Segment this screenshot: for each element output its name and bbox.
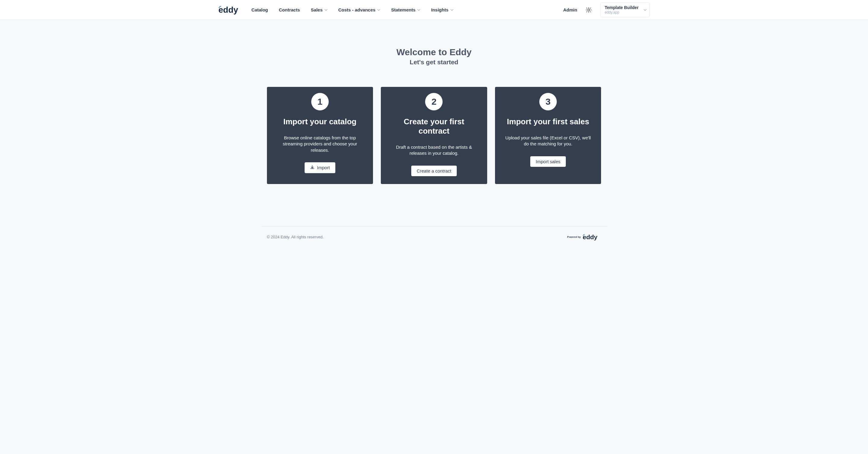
- theme-toggle-button[interactable]: [583, 4, 594, 16]
- svg-text:eddy: eddy: [583, 234, 597, 240]
- main-content: Welcome to Eddy Let's get started 1 Impo…: [261, 20, 608, 202]
- svg-line-8: [590, 11, 591, 12]
- nav-catalog[interactable]: Catalog: [252, 7, 268, 12]
- nav-contracts[interactable]: Contracts: [279, 7, 300, 12]
- chevron-down-icon: [324, 8, 328, 11]
- card-description: Upload your sales file (Excel or CSV), w…: [502, 135, 594, 147]
- import-sales-button[interactable]: Import sales: [530, 156, 566, 167]
- footer-logo: Powered by eddy: [567, 234, 601, 240]
- button-label: Create a contract: [417, 168, 451, 173]
- welcome-header: Welcome to Eddy Let's get started: [267, 47, 601, 66]
- page-subtitle: Let's get started: [267, 59, 601, 66]
- nav-insights-label: Insights: [431, 7, 448, 12]
- powered-by-label: Powered by: [567, 235, 581, 238]
- nav-admin[interactable]: Admin: [563, 7, 577, 12]
- import-button[interactable]: Import: [305, 162, 335, 173]
- card-import-catalog: 1 Import your catalog Browse online cata…: [267, 87, 373, 184]
- svg-point-1: [588, 9, 590, 11]
- nav-costs[interactable]: Costs - advances: [338, 7, 380, 12]
- button-label: Import sales: [536, 159, 560, 164]
- svg-line-7: [590, 7, 591, 8]
- card-title: Create your first contract: [388, 117, 480, 136]
- svg-line-9: [587, 11, 587, 12]
- main-header: eddy Catalog Contracts Sales Costs - adv…: [0, 0, 868, 20]
- card-import-sales: 3 Import your first sales Upload your sa…: [495, 87, 601, 184]
- logo[interactable]: eddy: [218, 5, 243, 15]
- svg-line-6: [587, 7, 587, 8]
- nav-right: Admin Template Builder eddy.app: [563, 2, 650, 17]
- page-title: Welcome to Eddy: [267, 47, 601, 57]
- button-label: Import: [317, 165, 330, 170]
- step-number-badge: 2: [425, 93, 442, 110]
- account-dropdown[interactable]: Template Builder eddy.app: [600, 2, 650, 17]
- nav-left: eddy Catalog Contracts Sales Costs - adv…: [218, 5, 454, 15]
- nav-insights[interactable]: Insights: [431, 7, 454, 12]
- nav-sales[interactable]: Sales: [311, 7, 328, 12]
- card-title: Import your first sales: [507, 117, 589, 126]
- onboarding-cards: 1 Import your catalog Browse online cata…: [267, 87, 601, 184]
- nav-statements-label: Statements: [391, 7, 415, 12]
- chevron-down-icon: [417, 8, 420, 11]
- main-nav: Catalog Contracts Sales Costs - advances…: [252, 7, 454, 12]
- create-contract-button[interactable]: Create a contract: [411, 166, 457, 176]
- chevron-down-icon: [377, 8, 380, 11]
- account-domain: eddy.app: [605, 10, 639, 15]
- nav-statements[interactable]: Statements: [391, 7, 420, 12]
- svg-text:eddy: eddy: [218, 5, 238, 15]
- chevron-down-icon: [451, 8, 454, 11]
- nav-costs-label: Costs - advances: [338, 7, 375, 12]
- account-name: Template Builder: [605, 5, 639, 10]
- eddy-logo-footer-icon: eddy: [583, 234, 601, 240]
- footer-copyright: © 2024 Eddy. All rights reserved.: [267, 235, 324, 239]
- nav-sales-label: Sales: [311, 7, 323, 12]
- lightbulb-icon: [586, 7, 592, 13]
- download-icon: [310, 165, 314, 170]
- footer: © 2024 Eddy. All rights reserved. Powere…: [261, 226, 608, 248]
- eddy-logo-icon: eddy: [218, 5, 243, 15]
- step-number-badge: 1: [311, 93, 329, 110]
- card-create-contract: 2 Create your first contract Draft a con…: [381, 87, 487, 184]
- step-number-badge: 3: [539, 93, 557, 110]
- card-title: Import your catalog: [283, 117, 356, 126]
- card-description: Draft a contract based on the artists & …: [388, 144, 480, 157]
- chevron-down-icon: [644, 7, 647, 13]
- card-description: Browse online catalogs from the top stre…: [274, 135, 366, 153]
